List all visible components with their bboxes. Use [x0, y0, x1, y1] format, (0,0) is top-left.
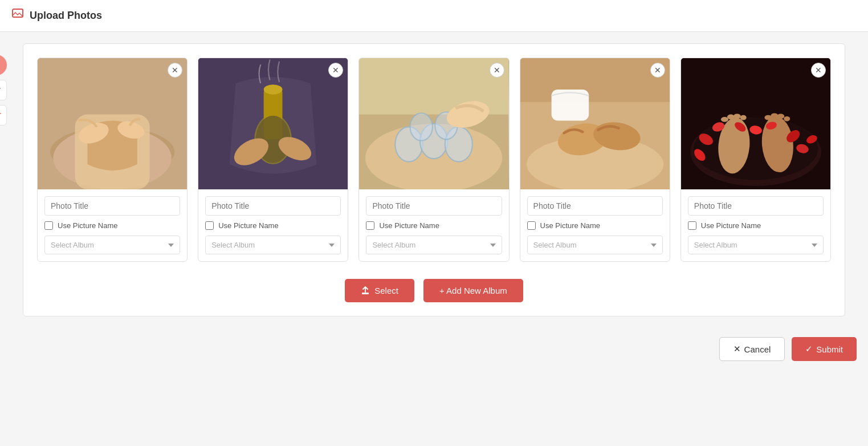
- cancel-button[interactable]: ✕ Cancel: [719, 337, 785, 361]
- svg-point-39: [740, 115, 747, 120]
- remove-photo-4-button[interactable]: ✕: [650, 63, 665, 78]
- photo-title-input[interactable]: [527, 196, 663, 216]
- select-album-dropdown[interactable]: Select Album: [44, 236, 180, 254]
- sidebar-tools: 5: [0, 55, 7, 125]
- cancel-icon: ✕: [733, 344, 741, 354]
- delete-button[interactable]: [0, 105, 7, 125]
- upload-icon: [11, 8, 24, 23]
- add-album-button[interactable]: + Add New Album: [423, 279, 523, 302]
- remove-photo-3-button[interactable]: ✕: [490, 63, 504, 78]
- add-album-button-label: + Add New Album: [439, 286, 507, 295]
- select-album-dropdown[interactable]: Select Album: [688, 236, 824, 254]
- use-picture-row: Use Picture Name: [688, 221, 824, 230]
- photo-count-badge: 5: [0, 55, 7, 75]
- main-panel: ✕ Use Picture Name Select Album: [23, 43, 845, 317]
- use-picture-label: Use Picture Name: [58, 221, 117, 230]
- select-button[interactable]: Select: [345, 279, 414, 302]
- submit-button[interactable]: ✓ Submit: [792, 337, 857, 361]
- action-bar: Select + Add New Album: [37, 279, 831, 302]
- svg-rect-53: [362, 293, 369, 294]
- edit-button[interactable]: [0, 80, 7, 100]
- svg-point-42: [777, 114, 784, 119]
- card-body: Use Picture Name Select Album: [198, 189, 348, 261]
- card-body: Use Picture Name Select Album: [681, 189, 830, 261]
- svg-point-12: [264, 84, 283, 94]
- svg-point-22: [410, 113, 433, 140]
- photo-wrapper: ✕: [359, 58, 508, 189]
- photo-image: [198, 58, 348, 189]
- upload-icon: [361, 286, 370, 295]
- edit-icon: [0, 86, 1, 95]
- svg-point-36: [721, 117, 728, 122]
- use-picture-row: Use Picture Name: [527, 221, 663, 230]
- use-picture-checkbox[interactable]: [688, 221, 696, 230]
- use-picture-checkbox[interactable]: [366, 221, 374, 230]
- use-picture-label: Use Picture Name: [218, 221, 278, 230]
- svg-point-38: [733, 114, 741, 119]
- photo-wrapper: ✕: [681, 58, 830, 189]
- photo-card: ✕ Use Picture Name Select Album: [680, 58, 831, 262]
- use-picture-row: Use Picture Name: [366, 221, 502, 230]
- photo-image: [681, 58, 830, 189]
- card-body: Use Picture Name Select Album: [38, 189, 187, 261]
- photo-card: ✕ Use Picture Name Select Album: [198, 58, 348, 262]
- photo-card: ✕ Use Picture Name Select Album: [358, 58, 509, 262]
- select-button-label: Select: [374, 286, 398, 295]
- remove-photo-5-button[interactable]: ✕: [811, 63, 826, 78]
- photos-grid: ✕ Use Picture Name Select Album: [37, 58, 831, 262]
- use-picture-row: Use Picture Name: [44, 221, 180, 230]
- photo-wrapper: ✕: [520, 58, 670, 189]
- card-body: Use Picture Name Select Album: [520, 189, 670, 261]
- photo-title-input[interactable]: [205, 196, 341, 216]
- header: Upload Photos: [0, 0, 868, 32]
- photo-title-input[interactable]: [366, 196, 502, 216]
- svg-rect-0: [13, 9, 23, 17]
- footer-bar: ✕ Cancel ✓ Submit: [0, 328, 868, 370]
- photo-card: ✕ Use Picture Name Select Album: [37, 58, 188, 262]
- card-body: Use Picture Name Select Album: [359, 189, 508, 261]
- photo-image: [520, 58, 670, 189]
- use-picture-checkbox[interactable]: [44, 221, 53, 230]
- photo-wrapper: ✕: [38, 58, 187, 189]
- svg-point-43: [784, 116, 790, 121]
- use-picture-label: Use Picture Name: [379, 221, 439, 230]
- photo-title-input[interactable]: [44, 196, 180, 216]
- page-title: Upload Photos: [30, 10, 102, 22]
- photo-card: ✕ Use Picture Name Select Album: [520, 58, 670, 262]
- photo-title-input[interactable]: [688, 196, 824, 216]
- use-picture-label: Use Picture Name: [540, 221, 600, 230]
- use-picture-checkbox[interactable]: [527, 221, 536, 230]
- use-picture-label: Use Picture Name: [701, 221, 761, 230]
- select-album-dropdown[interactable]: Select Album: [527, 236, 663, 254]
- check-icon: ✓: [805, 344, 813, 354]
- use-picture-checkbox[interactable]: [205, 221, 214, 230]
- photo-image: [38, 58, 187, 189]
- cancel-button-label: Cancel: [744, 344, 771, 354]
- trash-icon: [0, 111, 1, 120]
- use-picture-row: Use Picture Name: [205, 221, 341, 230]
- select-album-dropdown[interactable]: Select Album: [205, 236, 341, 254]
- photo-wrapper: ✕: [198, 58, 348, 189]
- submit-button-label: Submit: [816, 344, 843, 354]
- photo-image: [359, 58, 508, 189]
- select-album-dropdown[interactable]: Select Album: [366, 236, 502, 254]
